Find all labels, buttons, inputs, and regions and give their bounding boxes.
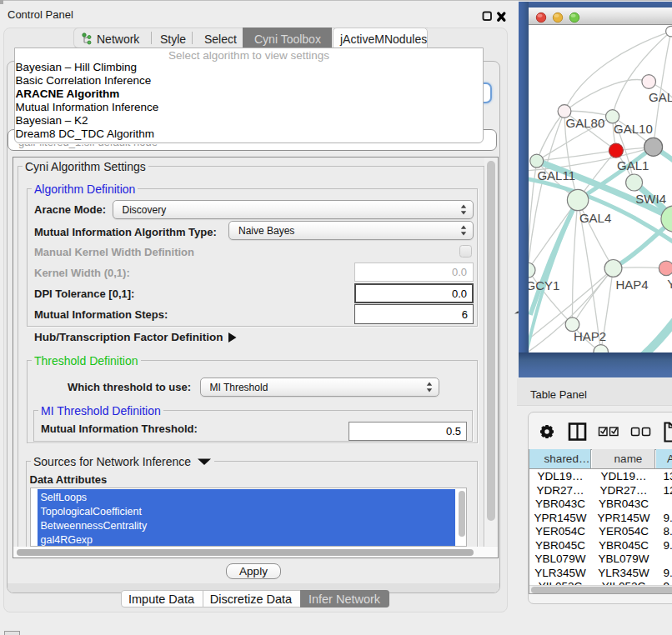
svg-text:GAL4: GAL4 [579,211,611,225]
svg-text:GAL10: GAL10 [614,122,653,136]
svg-text:Y: Y [667,277,672,291]
svg-text:SWI4: SWI4 [635,192,666,206]
svg-text:GAL8: GAL8 [649,90,672,104]
svg-text:GAL80: GAL80 [566,116,605,130]
svg-text:GAL1: GAL1 [617,158,649,172]
svg-text:GCY1: GCY1 [529,278,559,292]
svg-text:HAP4: HAP4 [615,278,648,292]
svg-text:GAL11: GAL11 [537,168,575,182]
svg-text:HAP2: HAP2 [574,329,606,343]
